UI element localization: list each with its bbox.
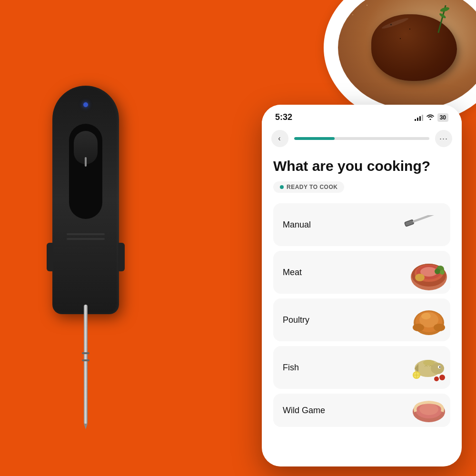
nav-bar: ‹ ··· (262, 126, 462, 153)
smartphone: 5:32 30 ‹ (262, 105, 462, 466)
plate-decoration (305, 0, 476, 114)
food-label-poultry: Poultry (283, 315, 309, 325)
battery-icon: 30 (437, 113, 448, 122)
food-image-manual (403, 213, 450, 237)
svg-point-17 (434, 324, 445, 331)
progress-bar-fill (294, 137, 335, 140)
probe-grip (74, 131, 98, 164)
more-icon: ··· (439, 134, 448, 144)
food-label-fish: Fish (283, 363, 299, 373)
svg-point-18 (421, 313, 431, 319)
svg-point-11 (440, 270, 445, 275)
food-image-wild-game (407, 394, 450, 427)
more-button[interactable]: ··· (435, 130, 452, 147)
probe-needle (84, 305, 88, 424)
status-badge-label: READY TO COOK (287, 184, 337, 190)
device-clip-left (47, 243, 53, 271)
page-title: What are you cooking? (273, 158, 450, 175)
food-item-manual[interactable]: Manual (273, 203, 450, 246)
food-item-poultry[interactable]: Poultry (273, 298, 450, 341)
svg-point-16 (413, 324, 424, 331)
svg-point-10 (435, 268, 440, 274)
food-list: Manual Meat (273, 203, 450, 427)
thermometer-device (43, 86, 129, 419)
food-label-wild-game: Wild Game (283, 406, 325, 416)
back-button[interactable]: ‹ (271, 130, 288, 147)
svg-point-24 (439, 367, 441, 368)
device-clip-right (118, 243, 125, 271)
wifi-icon (426, 114, 435, 121)
bottom-fade (262, 438, 462, 466)
food-item-wild-game[interactable]: Wild Game (273, 394, 450, 427)
food-item-meat[interactable]: Meat (273, 251, 450, 294)
food-image-fish (407, 346, 450, 389)
svg-rect-2 (413, 215, 438, 223)
svg-point-30 (434, 377, 439, 381)
device-indicator-light (83, 102, 88, 107)
back-arrow-icon: ‹ (278, 134, 280, 143)
food-label-meat: Meat (283, 268, 302, 278)
status-time: 5:32 (275, 112, 292, 122)
food-label-manual: Manual (283, 220, 311, 230)
svg-point-33 (419, 404, 438, 415)
svg-point-22 (423, 360, 435, 366)
food-image-poultry (407, 298, 450, 341)
probe-slot (69, 124, 102, 219)
food-item-fish[interactable]: Fish (273, 346, 450, 389)
svg-point-12 (415, 274, 425, 281)
status-bar: 5:32 30 (262, 105, 462, 126)
signal-icon (415, 114, 423, 121)
content-area: What are you cooking? READY TO COOK Manu… (262, 153, 462, 466)
status-dot-icon (280, 185, 284, 189)
status-badge: READY TO COOK (273, 181, 344, 193)
svg-point-29 (439, 375, 445, 380)
progress-bar (294, 137, 429, 140)
food-image-meat (407, 251, 450, 294)
status-icons: 30 (415, 113, 448, 122)
